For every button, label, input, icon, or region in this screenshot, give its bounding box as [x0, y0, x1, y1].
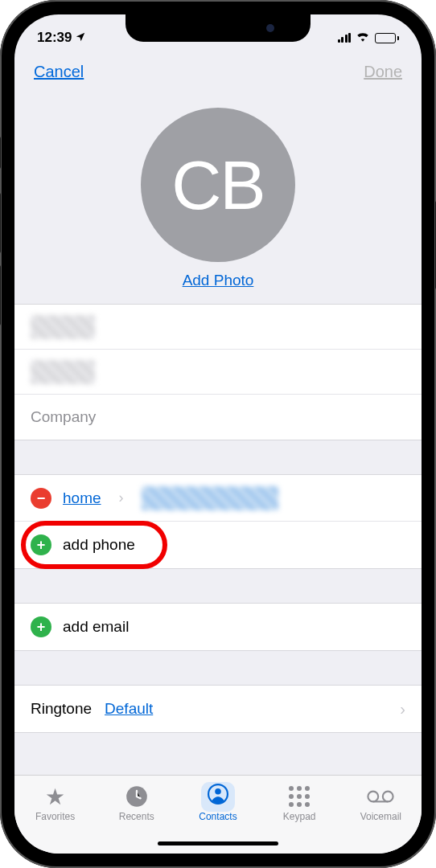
iphone-frame: 12:39 Cancel Done CB [0, 0, 436, 868]
notch [125, 14, 311, 42]
avatar-section: CB Add Photo [14, 101, 422, 304]
keypad-icon [265, 784, 334, 809]
tab-favorites[interactable]: ★ Favorites [21, 784, 90, 822]
redacted-text [31, 315, 95, 339]
tab-voicemail[interactable]: Voicemail [346, 784, 415, 822]
add-photo-button[interactable]: Add Photo [183, 272, 254, 289]
done-button[interactable]: Done [364, 63, 402, 81]
wifi-icon [356, 31, 370, 45]
ringtone-label: Ringtone [31, 700, 92, 718]
screen: 12:39 Cancel Done CB [14, 14, 422, 854]
company-field[interactable]: Company [14, 395, 422, 440]
home-indicator[interactable] [158, 841, 278, 845]
svg-point-4 [383, 792, 393, 802]
tab-contacts[interactable]: Contacts [183, 784, 253, 822]
phone-label-home[interactable]: home [63, 489, 101, 507]
battery-icon [375, 33, 399, 43]
add-email-row[interactable]: + add email [14, 604, 422, 650]
svg-point-3 [368, 792, 379, 802]
add-phone-label: add phone [63, 536, 135, 554]
chevron-right-icon: › [119, 489, 124, 506]
ringtone-row[interactable]: Ringtone Default › [14, 686, 422, 732]
ringtone-section: Ringtone Default › [14, 685, 422, 733]
first-name-field[interactable] [14, 305, 422, 350]
tab-bar: ★ Favorites Recents Contacts [14, 775, 422, 854]
add-email-label: add email [63, 618, 129, 636]
redacted-phone[interactable] [142, 486, 278, 510]
cancel-button[interactable]: Cancel [34, 63, 84, 81]
svg-point-2 [215, 788, 221, 794]
company-placeholder: Company [31, 408, 96, 426]
email-section: + add email [14, 603, 422, 651]
chevron-right-icon: › [400, 700, 405, 719]
voicemail-icon [346, 784, 415, 809]
contact-icon [183, 784, 253, 809]
star-icon: ★ [45, 784, 65, 810]
phone-section: − home › + add phone [14, 474, 422, 569]
nav-bar: Cancel Done [14, 53, 422, 101]
add-icon[interactable]: + [31, 616, 51, 637]
contact-avatar[interactable]: CB [141, 108, 295, 262]
ringtone-value: Default [105, 700, 153, 718]
phone-row-home[interactable]: − home › [14, 475, 422, 522]
clock-icon [102, 784, 171, 809]
add-phone-row[interactable]: + add phone [14, 522, 422, 568]
add-icon[interactable]: + [31, 534, 51, 555]
cellular-icon [338, 33, 352, 43]
tab-keypad[interactable]: Keypad [265, 784, 334, 822]
redacted-text [31, 360, 95, 384]
remove-icon[interactable]: − [31, 488, 51, 509]
avatar-initials: CB [171, 145, 264, 225]
last-name-field[interactable] [14, 350, 422, 395]
tab-recents[interactable]: Recents [102, 784, 171, 822]
status-time: 12:39 [37, 30, 72, 46]
name-fields: Company [14, 304, 422, 440]
location-icon [75, 31, 86, 45]
